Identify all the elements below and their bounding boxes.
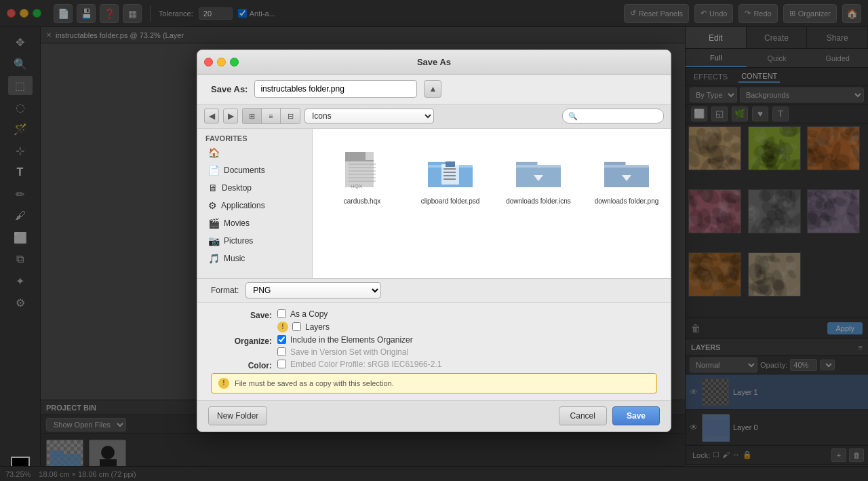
file-icon-dl-icns [515,147,562,195]
search-input[interactable] [562,109,664,123]
sidebar-pictures[interactable]: 📷 Pictures [197,232,312,250]
modal-overlay: Save As Save As: instructables folder.pn… [0,0,868,481]
color-label: Color: [211,360,272,370]
documents-icon: 📄 [208,165,220,176]
as-copy-checkbox[interactable] [277,309,286,318]
location-select[interactable]: Icons [304,109,434,123]
pictures-icon: 📷 [208,235,220,246]
file-item-cardusb[interactable]: cardusb.hqx [318,134,406,209]
as-copy-label: As a Copy [290,309,328,319]
nav-back-button[interactable]: ◀ [204,109,219,123]
save-options: Save: As a Copy ! Layers Organize: [197,303,671,400]
applications-icon: ⚙ [208,200,217,211]
sidebar-music[interactable]: 🎵 Music [197,250,312,267]
save-row-label: Save: [211,309,272,320]
movies-icon: 🎬 [208,218,220,229]
version-set-checkbox[interactable] [277,347,286,356]
warning-box-icon: ! [218,378,229,389]
modal-minimize-button[interactable] [217,58,226,66]
embed-color-checkbox[interactable] [277,360,286,368]
embed-color-row: Embed Color Profile: sRGB IEC61966-2.1 [277,360,441,369]
sidebar-panel: FAVORITES 🏠 📄 Documents 🖥 Desktop ⚙ Appl… [197,129,313,278]
include-organizer-row: Include in the Elements Organizer [277,335,413,345]
modal-titlebar: Save As [197,50,671,75]
version-set-label: Save in Version Set with Original [290,347,408,357]
layers-row: ! Layers [277,322,330,332]
save-as-label: Save As: [211,84,248,94]
columns-view-button[interactable]: ⊟ [281,109,300,123]
sidebar-movies[interactable]: 🎬 Movies [197,214,312,232]
save-row-content: As a Copy ! Layers [277,309,330,332]
organize-row-content: Include in the Elements Organizer Save i… [277,335,413,357]
browse-button[interactable]: ▲ [424,80,441,98]
home-icon: 🏠 [208,147,220,158]
version-set-row: Save in Version Set with Original [277,347,413,357]
file-label-dl-icns: downloads folder.icns [506,197,571,205]
sidebar-desktop[interactable]: 🖥 Desktop [197,179,312,197]
save-as-dialog: Save As Save As: instructables folder.pn… [197,50,671,432]
warning-box: ! File must be saved as a copy with this… [211,373,657,393]
modal-maximize-button[interactable] [230,58,239,66]
format-select[interactable]: PNG JPEG TIFF PSD BMP [245,282,381,299]
cancel-button[interactable]: Cancel [559,406,607,425]
modal-action-buttons: Cancel Save [559,406,660,425]
file-icon-clipboard [427,147,474,195]
file-item-dl-png[interactable]: downloads folder.png [583,134,671,209]
as-copy-row: As a Copy [277,309,330,319]
save-as-row: Save As: instructables folder.png ▲ [197,75,671,104]
nav-forward-button[interactable]: ▶ [223,109,238,123]
music-icon: 🎵 [208,253,220,264]
format-label: Format: [211,286,239,295]
organize-label: Organize: [211,335,272,346]
layers-checkbox[interactable] [292,322,301,331]
format-row: Format: PNG JPEG TIFF PSD BMP [197,278,671,303]
color-row-content: Embed Color Profile: sRGB IEC61966-2.1 [277,360,441,369]
file-item-clipboard[interactable]: clipboard folder.psd [406,134,494,209]
browser-toolbar: ◀ ▶ ⊞ ≡ ⊟ Icons [197,104,671,129]
embed-color-label: Embed Color Profile: sRGB IEC61966-2.1 [290,360,441,369]
organize-section: Organize: Include in the Elements Organi… [211,335,657,357]
include-organizer-label: Include in the Elements Organizer [290,335,413,345]
browser-body: FAVORITES 🏠 📄 Documents 🖥 Desktop ⚙ Appl… [197,129,671,278]
modal-bottom: New Folder Cancel Save [197,400,671,431]
filename-input[interactable]: instructables folder.png [254,80,417,98]
sidebar-home[interactable]: 🏠 [197,144,312,161]
list-view-button[interactable]: ≡ [262,109,281,123]
layers-label: Layers [305,322,330,332]
file-icon-cardusb [338,147,386,195]
view-buttons: ⊞ ≡ ⊟ [242,108,300,124]
files-grid: cardusb.hqx clipboard folder.psd downloa… [313,129,671,278]
modal-traffic-lights [204,58,239,66]
warning-icon: ! [277,322,288,332]
sidebar-applications[interactable]: ⚙ Applications [197,197,312,214]
file-item-dl-icns[interactable]: downloads folder.icns [494,134,583,209]
grid-view-button[interactable]: ⊞ [243,109,262,123]
include-organizer-checkbox[interactable] [277,335,286,344]
color-section: Color: Embed Color Profile: sRGB IEC6196… [211,360,657,370]
file-label-dl-png: downloads folder.png [595,197,659,205]
desktop-icon: 🖥 [208,182,218,193]
warning-text: File must be saved as a copy with this s… [235,379,394,387]
new-folder-button[interactable]: New Folder [208,406,267,425]
file-icon-dl-png [603,147,650,195]
modal-close-button[interactable] [204,58,213,66]
favorites-label: FAVORITES [197,132,312,144]
file-label-cardusb: cardusb.hqx [344,197,380,205]
save-dialog-button[interactable]: Save [612,406,660,425]
modal-title: Save As [417,57,451,67]
sidebar-documents[interactable]: 📄 Documents [197,161,312,179]
save-section: Save: As a Copy ! Layers [211,309,657,332]
file-label-clipboard: clipboard folder.psd [421,197,480,205]
